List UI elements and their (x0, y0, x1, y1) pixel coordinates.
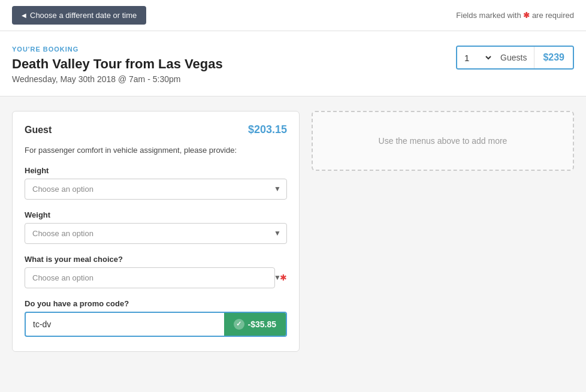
booking-header: YOU'RE BOOKING Death Valley Tour from La… (0, 31, 586, 97)
promo-input[interactable] (26, 313, 224, 335)
promo-label: Do you have a promo code? (25, 299, 287, 308)
guest-price: $239 (534, 47, 573, 68)
guest-count-select[interactable]: 1 2 3 4 (457, 47, 493, 68)
height-select[interactable]: Choose an option (25, 179, 287, 200)
weight-group: Weight Choose an option ▼ (25, 210, 287, 244)
guest-card: Guest $203.15 For passenger comfort in v… (12, 111, 300, 352)
required-note-suffix: are required (530, 11, 574, 20)
top-bar: Choose a different date or time Fields m… (0, 0, 586, 31)
guest-card-title: Guest (25, 125, 52, 135)
meal-label: What is your meal choice? (25, 255, 287, 264)
back-button[interactable]: Choose a different date or time (12, 6, 146, 25)
guest-selector: 1 2 3 4 Guests $239 (456, 46, 574, 70)
weight-select-wrapper: Choose an option ▼ (25, 223, 287, 244)
height-select-wrapper: Choose an option ▼ (25, 179, 287, 200)
height-label: Height (25, 166, 287, 175)
weight-label: Weight (25, 210, 287, 219)
guest-card-price: $203.15 (248, 123, 287, 136)
meal-required-star: ✱ (280, 273, 287, 282)
height-group: Height Choose an option ▼ (25, 166, 287, 200)
required-note-prefix: Fields marked with (456, 11, 523, 20)
sidebar-box: Use the menus above to add more (312, 111, 574, 171)
required-asterisk: ✱ (523, 11, 530, 20)
promo-check-icon: ✓ (234, 319, 244, 330)
comfort-note: For passenger comfort in vehicle assignm… (25, 144, 287, 156)
tour-title: Death Valley Tour from Las Vegas (12, 56, 223, 72)
tour-date: Wednesday, May 30th 2018 @ 7am - 5:30pm (12, 74, 223, 84)
guest-label: Guests (493, 47, 534, 68)
main-content: Guest $203.15 For passenger comfort in v… (0, 97, 586, 366)
promo-group: Do you have a promo code? ✓ -$35.85 (25, 299, 287, 337)
weight-select[interactable]: Choose an option (25, 223, 287, 244)
sidebar-message: Use the menus above to add more (379, 136, 508, 146)
guest-card-header: Guest $203.15 (25, 123, 287, 136)
booking-section-label: YOU'RE BOOKING (12, 46, 223, 53)
meal-select[interactable]: Choose an option (25, 267, 275, 288)
required-note: Fields marked with ✱ are required (456, 11, 574, 20)
promo-result: ✓ -$35.85 (224, 313, 286, 336)
meal-group: What is your meal choice? Choose an opti… (25, 255, 287, 288)
promo-discount: -$35.85 (248, 319, 276, 329)
meal-select-wrapper: Choose an option ▼ ✱ (25, 267, 287, 288)
booking-info: YOU'RE BOOKING Death Valley Tour from La… (12, 46, 223, 84)
promo-input-row: ✓ -$35.85 (25, 312, 287, 337)
